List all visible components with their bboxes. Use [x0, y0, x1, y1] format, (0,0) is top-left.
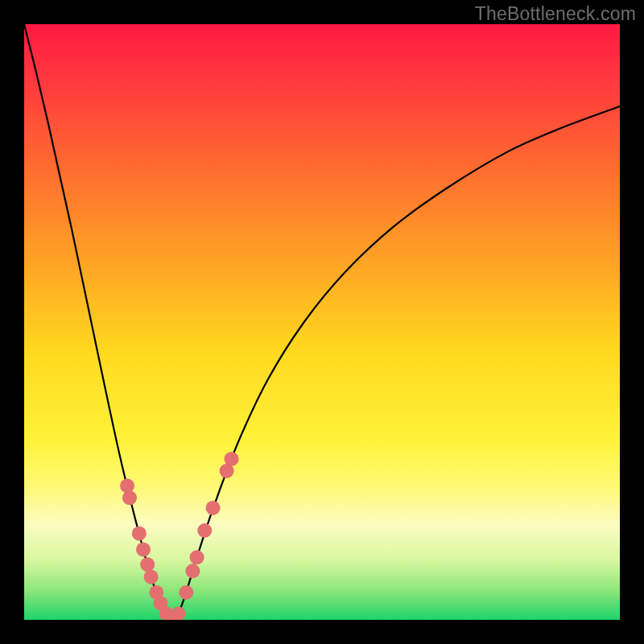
scatter-point — [197, 523, 212, 538]
scatter-point — [120, 479, 134, 493]
scatter-point — [206, 501, 221, 515]
scatter-point — [225, 452, 239, 466]
gradient-background — [24, 24, 620, 620]
scatter-point — [122, 490, 137, 505]
scatter-point — [132, 526, 147, 541]
scatter-point — [140, 557, 155, 572]
scatter-point — [179, 585, 193, 600]
scatter-point — [144, 570, 159, 584]
bottleneck-chart — [24, 24, 620, 620]
scatter-point — [190, 550, 204, 564]
scatter-point — [136, 543, 151, 557]
watermark-text: TheBottleneck.com — [475, 3, 636, 25]
chart-frame — [24, 24, 620, 620]
scatter-point — [185, 564, 200, 578]
